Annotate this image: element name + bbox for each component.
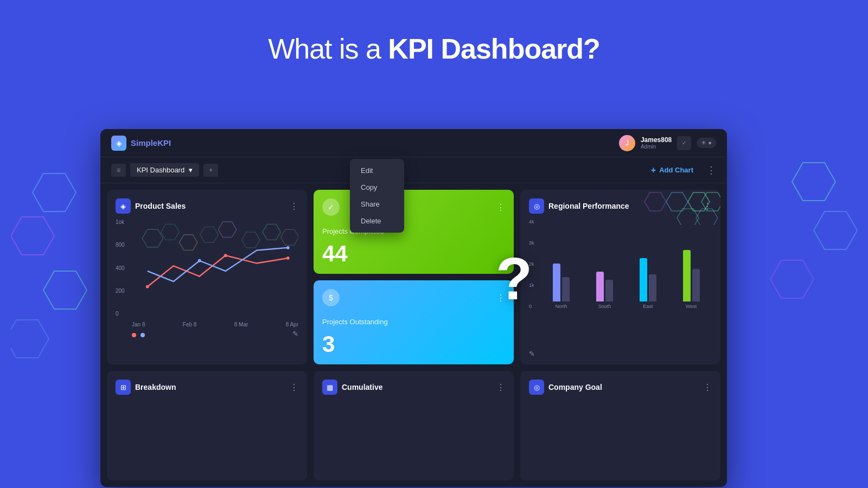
- cumulative-icon: ▦: [322, 380, 337, 395]
- company-goal-title-area: ◎ Company Goal: [529, 380, 602, 395]
- topbar-checkbox-btn[interactable]: ✓: [677, 136, 691, 150]
- svg-marker-12: [241, 232, 260, 248]
- kpi-completed-value: 44: [322, 242, 505, 265]
- cumulative-title-area: ▦ Cumulative: [322, 380, 382, 395]
- cumulative-header: ▦ Cumulative ⋮: [322, 380, 505, 395]
- svg-marker-11: [218, 222, 237, 237]
- topbar: ◈ SimpleKPI J James808 Admin ✓ ☀ ●: [100, 129, 727, 157]
- bar-group-south: South: [596, 226, 613, 309]
- kpi-completed-icon: ✓: [322, 198, 340, 216]
- chart-x-labels: Jan 8 Feb 8 8 Mar 8 Apr: [132, 322, 298, 328]
- product-sales-header: ◈ Product Sales ⋮: [116, 198, 298, 214]
- product-sales-edit-icon[interactable]: ✎: [292, 330, 298, 338]
- company-goal-title: Company Goal: [548, 383, 602, 391]
- projects-outstanding-card: $ ⋮ Projects Outstanding 3: [314, 280, 514, 364]
- company-goal-icon: ◎: [529, 380, 544, 395]
- bar-east-2: [649, 274, 656, 301]
- chart-legend: [116, 333, 145, 337]
- kpi-outstanding-more[interactable]: ⋮: [496, 293, 505, 303]
- kpi-outstanding-header: $ ⋮: [322, 289, 505, 306]
- svg-marker-4: [792, 163, 835, 201]
- svg-point-17: [286, 256, 290, 260]
- breakdown-card: ⊞ Breakdown ⋮: [107, 371, 307, 480]
- hamburger-button[interactable]: ≡: [111, 164, 126, 177]
- topbar-left: ◈ SimpleKPI: [111, 136, 171, 151]
- legend-dot-blue: [141, 333, 145, 337]
- add-chart-button[interactable]: + Add Chart: [651, 165, 693, 175]
- svg-marker-0: [33, 174, 76, 211]
- svg-marker-21: [701, 192, 720, 211]
- context-menu-edit[interactable]: Edit: [350, 162, 404, 179]
- bar-west-2: [692, 269, 700, 301]
- context-menu-share[interactable]: Share: [350, 196, 404, 213]
- logo-area: ◈ SimpleKPI: [111, 136, 171, 151]
- dashboard-selector[interactable]: KPI Dashboard ▾: [130, 163, 199, 177]
- regional-bar-chart: 4k 3k 2k 1k 0 North: [529, 219, 712, 322]
- breakdown-icon: ⊞: [116, 380, 131, 395]
- product-sales-title-area: ◈ Product Sales: [116, 198, 186, 214]
- bar-north-2: [562, 277, 570, 301]
- company-goal-header: ◎ Company Goal ⋮: [529, 380, 712, 395]
- svg-marker-5: [814, 211, 857, 249]
- regional-icon: ◎: [529, 198, 544, 214]
- legend-dot-red: [132, 333, 136, 337]
- bar-group-east: East: [640, 226, 656, 309]
- bar-group-north: North: [553, 226, 570, 309]
- kpi-outstanding-icon: $: [322, 289, 340, 306]
- add-tab-button[interactable]: +: [203, 164, 218, 177]
- theme-toggle[interactable]: ☀ ●: [697, 138, 716, 148]
- svg-point-16: [224, 254, 227, 257]
- bar-north-1: [553, 264, 560, 301]
- svg-marker-1: [11, 217, 54, 255]
- projects-completed-card: ✓ ⋮ Projects Completed 44: [314, 190, 514, 274]
- more-options-button[interactable]: ⋮: [706, 164, 716, 176]
- regional-performance-card: ◎ Regional Performance ⋮ 4k 3k 2k 1k 0: [520, 190, 720, 364]
- breakdown-more-button[interactable]: ⋮: [290, 382, 298, 393]
- svg-marker-23: [644, 192, 666, 211]
- toolbar: ≡ KPI Dashboard ▾ + + Add Chart ⋮: [100, 157, 727, 183]
- product-sales-title: Product Sales: [135, 202, 186, 210]
- product-sales-card: ◈ Product Sales ⋮ 1ok 800 400 200 0: [107, 190, 307, 364]
- company-goal-more-button[interactable]: ⋮: [703, 382, 712, 393]
- kpi-outstanding-value: 3: [322, 333, 505, 356]
- page-title: What is a KPI Dashboard?: [0, 0, 868, 65]
- svg-marker-7: [142, 229, 163, 247]
- cumulative-title: Cumulative: [342, 383, 382, 391]
- context-menu-delete[interactable]: Delete: [350, 213, 404, 229]
- topbar-right: J James808 Admin ✓ ☀ ●: [619, 135, 716, 151]
- user-role: Admin: [641, 144, 672, 150]
- svg-marker-2: [43, 271, 87, 309]
- bar-group-west: West: [683, 226, 700, 309]
- bar-chart-y-labels: 4k 3k 2k 1k 0: [529, 219, 541, 309]
- company-goal-card: ◎ Company Goal ⋮: [520, 371, 720, 480]
- svg-marker-8: [161, 224, 180, 240]
- svg-point-18: [198, 259, 201, 262]
- kpi-outstanding-label: Projects Outstanding: [322, 318, 505, 326]
- svg-marker-10: [200, 227, 219, 242]
- product-sales-icon: ◈: [116, 198, 131, 214]
- svg-marker-3: [11, 320, 49, 358]
- cumulative-card: ▦ Cumulative ⋮: [314, 371, 514, 480]
- svg-point-19: [286, 246, 290, 249]
- breakdown-title: Breakdown: [135, 383, 176, 391]
- context-menu-copy[interactable]: Copy: [350, 179, 404, 196]
- svg-marker-14: [280, 229, 298, 245]
- regional-edit-icon[interactable]: ✎: [529, 350, 535, 358]
- chart-y-labels: 1ok 800 400 200 0: [116, 219, 132, 317]
- product-sales-chart: 1ok 800 400 200 0: [116, 219, 298, 328]
- dashboard-window: ◈ SimpleKPI J James808 Admin ✓ ☀ ● ≡ KPI…: [100, 129, 727, 487]
- bar-label-south: South: [598, 304, 611, 309]
- cumulative-more-button[interactable]: ⋮: [496, 382, 505, 393]
- kpi-container: ✓ ⋮ Projects Completed 44 $ ⋮ Projects O…: [314, 190, 514, 364]
- breakdown-title-area: ⊞ Breakdown: [116, 380, 176, 395]
- logo-text: SimpleKPI: [131, 138, 171, 147]
- dashboard-content: ◈ Product Sales ⋮ 1ok 800 400 200 0: [100, 183, 727, 487]
- context-menu: Edit Copy Share Delete: [350, 159, 404, 233]
- svg-point-15: [146, 285, 149, 288]
- bar-groups: North South: [541, 219, 712, 309]
- kpi-completed-more[interactable]: ⋮: [496, 202, 505, 213]
- product-sales-more-button[interactable]: ⋮: [290, 201, 298, 211]
- bar-label-east: East: [643, 304, 653, 309]
- bar-south-1: [596, 272, 604, 301]
- svg-marker-20: [688, 192, 710, 211]
